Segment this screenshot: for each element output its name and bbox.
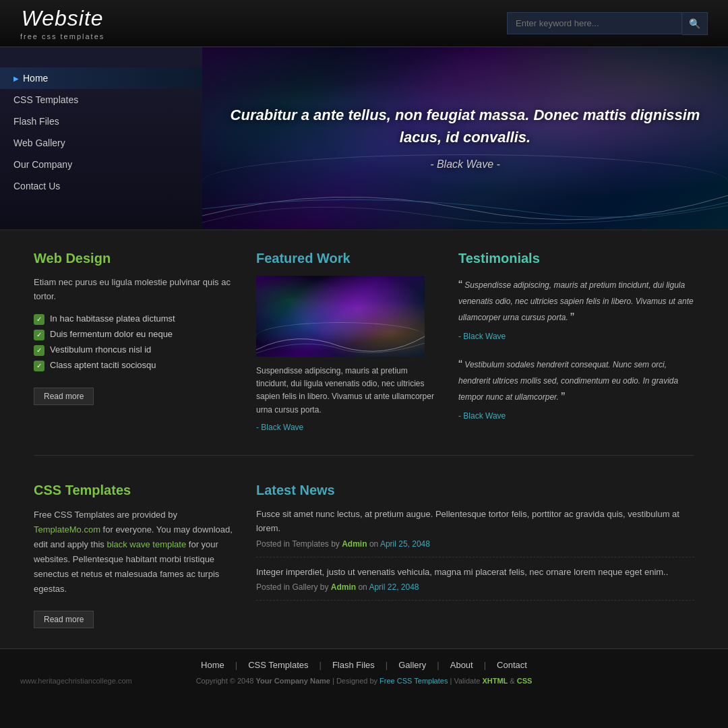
footer-xhtml[interactable]: XHTML — [482, 677, 508, 685]
check-icon-2: ✓ — [34, 330, 44, 340]
nav-link-company[interactable]: Our Company — [13, 159, 72, 170]
web-design-desc: Etiam nec purus eu ligula molestie pulvi… — [34, 276, 236, 304]
testimonial-2-text: Vestibulum sodales hendrerit consequat. … — [458, 360, 678, 402]
news-1-posted: Posted in — [256, 539, 292, 549]
testimonials-col: Testimonials “ Suspendisse adipiscing, m… — [458, 251, 694, 435]
list-item-2: ✓ Duis fermentum dolor eu neque — [34, 329, 236, 340]
nav-list: Home CSS Templates Flash Files Web Galle… — [0, 67, 202, 197]
news-item-1: Fusce sit amet nunc lectus, at pretium a… — [256, 508, 694, 557]
featured-image — [256, 276, 425, 357]
latest-news-col: Latest News Fusce sit amet nunc lectus, … — [256, 483, 694, 628]
nav-item-company[interactable]: Our Company — [0, 154, 202, 175]
nav-link-css[interactable]: CSS Templates — [13, 94, 78, 105]
web-design-col: Web Design Etiam nec purus eu ligula mol… — [34, 251, 236, 435]
site-tagline: free css templates — [20, 32, 104, 40]
web-design-read-more[interactable]: Read more — [34, 388, 94, 405]
news-item-2: Integer imperdiet, justo ut venenatis ve… — [256, 566, 694, 601]
blackwave-link[interactable]: black wave template — [107, 539, 186, 549]
news-1-on: on — [367, 539, 380, 549]
news-2-posted: Posted in — [256, 582, 292, 592]
list-item-3: ✓ Vestibulum rhoncus nisl id — [34, 344, 236, 356]
nav-item-home[interactable]: Home — [0, 67, 202, 89]
footer-link-gallery[interactable]: Gallery — [388, 660, 437, 670]
css-templates-read-more[interactable]: Read more — [34, 611, 94, 628]
hero-section: Home CSS Templates Flash Files Web Galle… — [0, 47, 728, 229]
news-1-meta: Posted in Templates by Admin on April 25… — [256, 539, 694, 549]
logo-area: Website free css templates — [20, 6, 104, 41]
check-icon-3: ✓ — [34, 345, 44, 356]
check-icon-4: ✓ — [34, 361, 44, 371]
main-content: Web Design Etiam nec purus eu ligula mol… — [0, 229, 728, 648]
sidebar-nav: Home CSS Templates Flash Files Web Galle… — [0, 47, 202, 229]
footer-domain: www.heritagechristiancollege.com — [20, 677, 132, 685]
testimonial-1-text: Suspendisse adipiscing, mauris at pretiu… — [458, 280, 694, 322]
footer-wrapper: Home | CSS Templates | Flash Files | Gal… — [0, 648, 728, 696]
css-templates-title: CSS Templates — [34, 483, 236, 498]
list-item-text-4: Class aptent taciti sociosqu — [50, 360, 156, 370]
footer-designer[interactable]: Free CSS Templates — [380, 677, 448, 685]
latest-news-title: Latest News — [256, 483, 694, 498]
footer-copyright: Copyright © 2048 — [196, 677, 256, 685]
news-2-date[interactable]: April 22, 2048 — [369, 582, 419, 592]
three-col-section: Web Design Etiam nec purus eu ligula mol… — [34, 251, 694, 456]
testimonial-1-source[interactable]: - Black Wave — [458, 332, 506, 341]
news-2-category[interactable]: Gallery — [292, 582, 317, 592]
list-item-text-3: Vestibulum rhoncus nisl id — [50, 344, 151, 355]
footer-link-about[interactable]: About — [439, 660, 484, 670]
nav-item-contact[interactable]: Contact Us — [0, 175, 202, 197]
news-1-text: Fusce sit amet nunc lectus, at pretium a… — [256, 508, 694, 536]
search-area: 🔍 — [507, 12, 708, 35]
search-button[interactable]: 🔍 — [682, 12, 708, 35]
news-1-date[interactable]: April 25, 2048 — [380, 539, 430, 549]
hero-text: Curabitur a ante tellus, non feugiat mas… — [202, 90, 728, 186]
footer-amp: & — [508, 677, 516, 685]
nav-item-css[interactable]: CSS Templates — [0, 89, 202, 111]
close-quote-2: ” — [561, 390, 565, 404]
nav-link-gallery[interactable]: Web Gallery — [13, 138, 65, 148]
nav-link-home[interactable]: Home — [23, 73, 48, 84]
templatemo-link[interactable]: TemplateMo.com — [34, 524, 100, 535]
featured-work-desc: Suspendisse adipiscing, mauris at pretiu… — [256, 365, 438, 417]
web-design-list: ✓ In hac habitasse platea dictumst ✓ Dui… — [34, 313, 236, 371]
featured-work-title: Featured Work — [256, 251, 438, 266]
testimonial-2-source[interactable]: - Black Wave — [458, 411, 506, 421]
web-design-title: Web Design — [34, 251, 236, 266]
footer-link-flash[interactable]: Flash Files — [322, 660, 386, 670]
nav-link-flash[interactable]: Flash Files — [13, 116, 59, 127]
featured-work-source[interactable]: - Black Wave — [256, 423, 303, 432]
nav-link-contact[interactable]: Contact Us — [13, 181, 60, 191]
check-icon-1: ✓ — [34, 314, 44, 325]
search-input[interactable] — [507, 12, 682, 34]
news-1-author: Admin — [342, 539, 367, 549]
news-2-meta: Posted in Gallery by Admin on April 22, … — [256, 582, 694, 592]
testimonial-1: “ Suspendisse adipiscing, mauris at pret… — [458, 276, 694, 343]
footer: Home | CSS Templates | Flash Files | Gal… — [0, 648, 728, 696]
news-2-text: Integer imperdiet, justo ut venenatis ve… — [256, 566, 694, 580]
top-bar: Website free css templates 🔍 — [0, 0, 728, 47]
footer-validate: | Validate — [448, 677, 482, 685]
footer-bottom: www.heritagechristiancollege.com Copyrig… — [196, 677, 533, 685]
footer-link-contact[interactable]: Contact — [486, 660, 538, 670]
css-templates-desc: Free CSS Templates are provided by Templ… — [34, 508, 236, 597]
footer-css[interactable]: CSS — [517, 677, 533, 685]
close-quote-1: ” — [570, 311, 574, 324]
list-item-text-1: In hac habitasse platea dictumst — [50, 313, 175, 324]
list-item-4: ✓ Class aptent taciti sociosqu — [34, 360, 236, 371]
testimonials-title: Testimonials — [458, 251, 694, 266]
news-2-on: on — [356, 582, 369, 592]
open-quote-2: “ — [458, 358, 462, 371]
css-templates-col: CSS Templates Free CSS Templates are pro… — [34, 483, 236, 628]
news-1-category[interactable]: Templates — [292, 539, 329, 549]
footer-company: Your Company Name — [255, 677, 330, 685]
testimonial-2: “ Vestibulum sodales hendrerit consequat… — [458, 355, 694, 423]
hero-quote: Curabitur a ante tellus, non feugiat mas… — [229, 104, 701, 148]
news-2-by: by — [317, 582, 330, 592]
footer-link-home[interactable]: Home — [190, 660, 235, 670]
footer-link-css[interactable]: CSS Templates — [237, 660, 319, 670]
nav-item-flash[interactable]: Flash Files — [0, 111, 202, 132]
news-1-by: by — [329, 539, 342, 549]
news-2-author: Admin — [331, 582, 356, 592]
nav-item-gallery[interactable]: Web Gallery — [0, 132, 202, 154]
hero-source: - Black Wave - — [229, 156, 701, 173]
list-item-text-2: Duis fermentum dolor eu neque — [50, 329, 173, 339]
